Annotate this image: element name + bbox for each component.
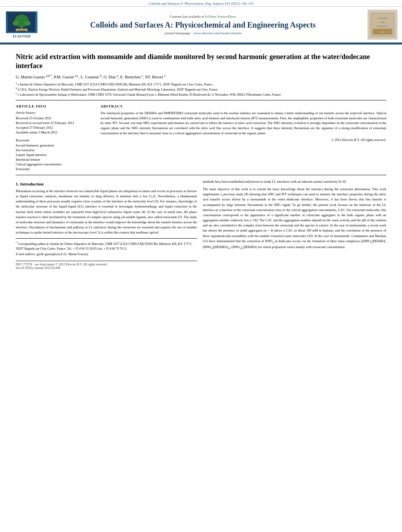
keywords-section: Keywords: Second harmonic generation Ion… <box>16 138 94 171</box>
keywords-label: Keywords: <box>16 138 94 142</box>
footnote-star: * Corresponding author at: Institut de C… <box>16 241 197 251</box>
doi-line: doi:10.1016/j.colsurfa.2012.02.049 <box>16 266 197 270</box>
received-revised-date: Received in revised form 22 February 201… <box>16 121 94 125</box>
accepted-date: Accepted 27 February 2012 <box>16 126 94 130</box>
keyword-5: Critical aggregation concentration <box>16 162 94 166</box>
homepage-url[interactable]: www.elsevier.com/locate/colsurfa <box>193 31 241 35</box>
affiliations-section: a a Institut de Chimie Séparative de Mar… <box>16 82 386 100</box>
elsevier-logo-section: ELSEVIER ELSEVIER <box>4 10 39 39</box>
issn-line: 0927-7757/$ – see front matter © 2012 El… <box>16 263 197 266</box>
footnotes-section: * Corresponding author at: Institut de C… <box>16 238 197 257</box>
history-label: Article history: <box>16 111 94 115</box>
journal-cover-image: COLLOIDS AND SURFACES A 2012 <box>367 10 398 39</box>
svg-text:2012: 2012 <box>381 31 384 33</box>
contents-available-line: Contents lists available at SciVerse Sci… <box>43 15 363 19</box>
keyword-3: Liquid–liquid interface <box>16 153 94 157</box>
journal-citation-text: Colloids and Surfaces A: Physicochem. En… <box>148 2 254 6</box>
footnote-email: E-mail address: gaelle.gassin@cea.fr (G.… <box>16 252 197 257</box>
article-info-panel: ARTICLE INFO Article history: Received 2… <box>16 104 94 172</box>
received-date: Received 25 October 2011 <box>16 116 94 120</box>
svg-text:SURFACES A: SURFACES A <box>377 25 388 27</box>
keyword-4: Interfacial tension <box>16 158 94 161</box>
journal-title-section: Contents lists available at SciVerse Sci… <box>43 10 363 39</box>
bottom-footer: 0927-7757/$ – see front matter © 2012 El… <box>16 261 197 270</box>
body-left-col: 1. Introduction Phenomena occurring at t… <box>16 179 197 270</box>
intro-heading: 1. Introduction <box>16 182 197 186</box>
affiliation-b: b b CEA, Nuclear Energy Division, RadioC… <box>16 87 386 92</box>
keyword-1: Second harmonic generation <box>16 143 94 147</box>
body-section: 1. Introduction Phenomena occurring at t… <box>16 179 386 270</box>
cover-placeholder: COLLOIDS AND SURFACES A 2012 <box>368 10 397 39</box>
svg-text:COLLOIDS: COLLOIDS <box>378 17 387 19</box>
authors-line: G. Martin-Gassin a,b,*, P.M. Gassin a,c,… <box>16 74 386 80</box>
intro-continuation: methods have been established and known … <box>203 179 386 184</box>
elsevier-label: ELSEVIER <box>13 34 31 38</box>
contents-available-text: Contents lists available at <box>170 15 204 19</box>
elsevier-logo-image: ELSEVIER <box>6 11 37 33</box>
authors-text: G. Martin-Gassin a,b,*, P.M. Gassin a,c,… <box>16 75 165 79</box>
svg-point-3 <box>13 21 19 26</box>
copyright-text: © 2012 Elsevier B.V. All rights reserved… <box>100 138 386 142</box>
body-right-col: methods have been established and known … <box>203 179 386 270</box>
available-online-date: Available online 5 March 2012 <box>16 130 94 134</box>
homepage-label: journal homepage: <box>165 31 191 35</box>
journal-citation-bar: Colloids and Surfaces A: Physicochem. En… <box>0 0 402 7</box>
paper-content: Nitric acid extraction with monoamide an… <box>0 44 402 274</box>
sciverse-link[interactable]: SciVerse ScienceDirect <box>205 15 236 19</box>
abstract-panel: ABSTRACT The interfacial properties of t… <box>100 104 386 172</box>
journal-homepage-line: journal homepage: www.elsevier.com/locat… <box>43 31 363 35</box>
abstract-heading: ABSTRACT <box>100 104 386 108</box>
article-info-heading: ARTICLE INFO <box>16 104 94 108</box>
article-info-abstract-section: ARTICLE INFO Article history: Received 2… <box>16 104 386 175</box>
svg-text:AND: AND <box>380 21 385 23</box>
svg-text:ELSEVIER: ELSEVIER <box>18 30 26 32</box>
keyword-2: Ion extraction <box>16 148 94 152</box>
affiliation-c: c c Laboratoire de Spectrométrie Ionique… <box>16 92 386 97</box>
journal-name: Colloids and Surfaces A: Physicochemical… <box>43 20 363 30</box>
intro-paragraph-2: The main objective of this work is to ex… <box>203 187 386 251</box>
affiliation-a: a a Institut de Chimie Séparative de Mar… <box>16 82 386 87</box>
abstract-text: The interfacial properties of the DEHiBA… <box>100 111 386 136</box>
keyword-6: Extractant <box>16 167 94 171</box>
svg-point-4 <box>24 21 31 26</box>
journal-header: ELSEVIER ELSEVIER Contents lists availab… <box>0 7 402 43</box>
paper-title: Nitric acid extraction with monoamide an… <box>16 52 386 71</box>
intro-paragraph-1: Phenomena occurring at the interface bet… <box>16 189 197 235</box>
